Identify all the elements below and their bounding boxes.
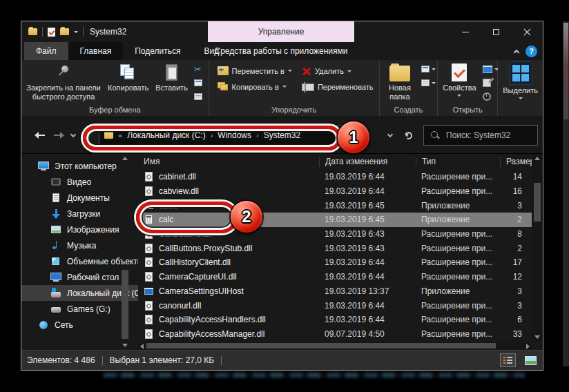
sidebar-item-label: Этот компьютер [55, 161, 117, 171]
paste-shortcut-button[interactable] [194, 91, 202, 102]
forward-icon [54, 135, 63, 136]
copy-icon [119, 63, 137, 81]
file-size: 3 [500, 286, 532, 296]
pin-to-quick-access-button[interactable]: Закрепить на панели быстрого доступа [23, 62, 104, 102]
annotation-badge-2: 2 [231, 201, 262, 233]
file-row[interactable]: CapabilityAccessHandlers.dll 19.03.2019 … [138, 313, 532, 327]
scroll-right-icon[interactable] [526, 344, 530, 349]
details-view-button[interactable] [500, 353, 516, 367]
file-row[interactable]: canonurl.dll 19.03.2019 6:44 Расширение … [138, 298, 532, 313]
file-list: Имя Дата изменения Тип Размер cabinet.dl… [138, 154, 543, 350]
thumbnails-view-button[interactable] [523, 353, 539, 367]
minimize-button[interactable] [450, 21, 481, 42]
copy-path-icon [194, 79, 202, 86]
tab-application-tools[interactable]: Средства работы с приложениями [208, 42, 354, 60]
scroll-up-icon[interactable] [122, 157, 128, 160]
file-row[interactable]: CameraSettingsUIHost 19.03.2019 13:37 Пр… [138, 284, 532, 299]
file-size: 3 [500, 301, 532, 311]
horizontal-scrollbar[interactable] [138, 342, 532, 350]
maximize-button[interactable] [481, 21, 512, 42]
column-header-date[interactable]: Дата изменения [319, 157, 416, 167]
file-size: 17 [500, 257, 532, 267]
group-label-organize: Упорядочить [209, 105, 379, 117]
chevron-down-icon[interactable] [74, 31, 78, 35]
file-row[interactable]: CapabilityAccessManager.dll 09.07.2019 4… [138, 327, 532, 342]
scroll-down-icon[interactable] [122, 344, 128, 347]
copy-button[interactable]: Копировать [104, 62, 152, 94]
file-size: 8 [500, 229, 532, 239]
scrollbar-thumb[interactable] [122, 270, 128, 339]
folder-icon[interactable] [28, 28, 37, 35]
easy-access-button[interactable] [421, 77, 436, 88]
file-type: Расширение при... [416, 329, 500, 339]
recent-locations-button[interactable] [67, 126, 79, 144]
refresh-button[interactable] [399, 126, 417, 144]
close-button[interactable] [512, 21, 543, 42]
column-header-type[interactable]: Тип [416, 157, 500, 167]
column-header-name[interactable]: Имя [138, 157, 319, 167]
file-type-icon [144, 286, 154, 297]
file-row[interactable]: cabinet.dll 19.03.2019 6:44 Расширение п… [138, 170, 532, 184]
easy-access-icon [421, 79, 430, 86]
file-date: 19.03.2019 6:44 [319, 186, 416, 196]
group-label-open: Открыть [438, 105, 497, 117]
sidebar-item-label: Документы [67, 193, 110, 203]
file-date: 19.03.2019 6:44 [319, 257, 416, 267]
chevron-down-icon [432, 82, 436, 86]
back-button[interactable] [31, 126, 49, 144]
address-dropdown-button[interactable] [381, 126, 399, 144]
new-folder-button[interactable]: Новая папка [381, 62, 419, 102]
vertical-scrollbar[interactable] [532, 154, 543, 342]
new-folder-icon[interactable] [60, 28, 69, 35]
title-bar: System32 Управление [21, 21, 543, 42]
sidebar-scrollbar[interactable] [120, 155, 130, 347]
ribbon: Закрепить на панели быстрого доступа Коп… [21, 60, 543, 117]
copy-path-button[interactable] [194, 77, 202, 88]
divider [42, 27, 43, 37]
history-button[interactable] [483, 91, 499, 102]
sidebar-item-icon [50, 193, 61, 204]
page-scrollbar[interactable] [563, 21, 569, 366]
properties-button[interactable]: Свойства [439, 62, 479, 100]
select-button[interactable]: Выделить [499, 62, 541, 103]
file-type: Приложение [416, 286, 500, 296]
column-header-size[interactable]: Размер [500, 157, 532, 167]
scrollbar-thumb[interactable] [146, 343, 496, 349]
collapse-ribbon-icon[interactable] [514, 49, 519, 55]
open-button[interactable] [483, 63, 499, 75]
edit-button[interactable] [483, 77, 499, 88]
scroll-down-icon[interactable] [534, 335, 540, 339]
move-to-button[interactable]: Переместить в [218, 66, 292, 75]
ribbon-group-clipboard: Закрепить на панели быстрого доступа Коп… [21, 60, 209, 117]
forward-button[interactable] [49, 126, 67, 144]
file-row[interactable]: CallButtons.ProxyStub.dll 19.03.2019 6:4… [138, 241, 532, 255]
cut-button[interactable]: ✂ [194, 63, 202, 75]
thumbnails-view-icon [525, 356, 537, 365]
tab-share[interactable]: Поделиться [123, 42, 192, 60]
scroll-left-icon[interactable] [140, 344, 144, 349]
paste-button[interactable]: Вставить [152, 62, 191, 94]
rename-button[interactable]: Переименовать [302, 83, 374, 91]
file-row[interactable]: CameraCaptureUI.dll 19.03.2019 6:44 Расш… [138, 270, 532, 284]
scrollbar-thumb[interactable] [534, 183, 541, 222]
manage-contextual-tab[interactable]: Управление [208, 21, 354, 42]
properties-icon[interactable] [48, 28, 55, 37]
file-type: Расширение при... [416, 301, 500, 311]
copy-to-button[interactable]: Копировать в [218, 82, 292, 91]
file-type: Расширение при... [416, 186, 500, 196]
delete-button[interactable]: Удалить [302, 66, 374, 76]
refresh-icon [403, 130, 413, 140]
file-row[interactable]: CallHistoryClient.dll 19.03.2019 6:44 Ра… [138, 255, 532, 270]
file-size: 2 [500, 244, 532, 253]
scroll-up-icon[interactable] [534, 157, 540, 160]
new-item-button[interactable] [421, 63, 436, 75]
file-type-icon [144, 314, 154, 325]
help-icon[interactable]: ? [525, 46, 537, 57]
file-rows: cabinet.dll 19.03.2019 6:44 Расширение п… [138, 170, 532, 342]
tab-home[interactable]: Главная [68, 42, 124, 60]
ribbon-group-open: Свойства Открыть [438, 60, 498, 117]
tab-file[interactable]: Файл [24, 42, 68, 60]
sidebar-item-label: Сеть [55, 320, 73, 330]
search-input[interactable]: Поиск: System32 [423, 125, 538, 146]
file-row[interactable]: cabview.dll 19.03.2019 6:44 Расширение п… [138, 184, 532, 199]
